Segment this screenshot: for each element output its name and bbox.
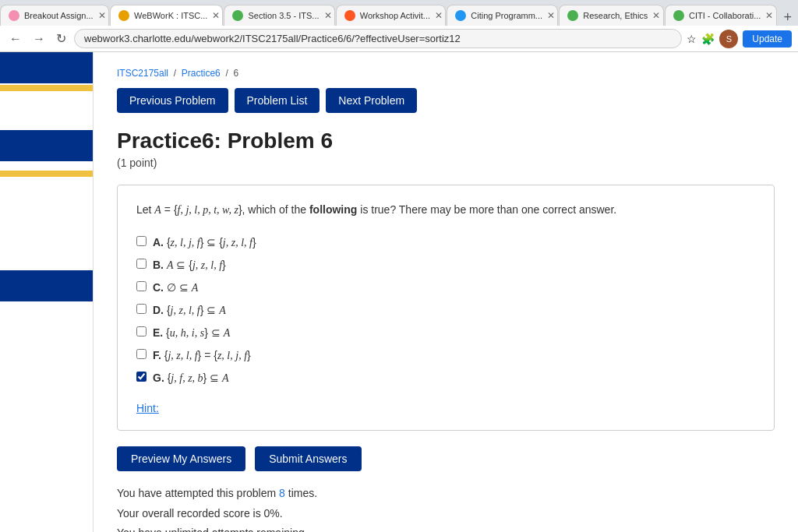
attempts-line: You have attempted this problem 8 times. xyxy=(117,484,775,503)
tab-breakout-close[interactable]: ✕ xyxy=(98,10,106,21)
tab-webwork-close[interactable]: ✕ xyxy=(212,10,220,21)
update-button[interactable]: Update xyxy=(743,30,792,48)
tab-citi-label: CITI - Collaborati... xyxy=(689,11,761,20)
nav-bar: ← → ↻ ☆ 🧩 S Update xyxy=(0,26,798,52)
tab-research-close[interactable]: ✕ xyxy=(652,10,660,21)
tab-research[interactable]: Research, Ethics ✕ xyxy=(559,5,664,26)
tab-section35-icon xyxy=(232,10,243,21)
tab-workshop-close[interactable]: ✕ xyxy=(435,10,443,21)
breadcrumb-current: 6 xyxy=(233,68,238,79)
option-b-checkbox[interactable] xyxy=(136,259,147,269)
breadcrumb-practice[interactable]: Practice6 xyxy=(182,68,221,79)
tab-bar: Breakout Assign... ✕ WeBWorK : ITSC... ✕… xyxy=(0,0,798,26)
tab-citing-close[interactable]: ✕ xyxy=(547,10,555,21)
sidebar-blue-1 xyxy=(0,52,93,83)
problem-text: Let A = {f, j, l, p, t, w, z}, which of … xyxy=(136,201,755,219)
tab-workshop-label: Workshop Activit... xyxy=(360,11,430,20)
sidebar-blue-3 xyxy=(0,270,93,301)
tab-workshop-icon xyxy=(344,10,355,21)
action-buttons: Preview My Answers Submit Answers xyxy=(117,446,775,471)
extensions-icon: 🧩 xyxy=(701,33,715,45)
tab-research-icon xyxy=(567,10,578,21)
option-a-label: A. {z, l, j, f} ⊆ {j, z, l, f} xyxy=(153,234,256,251)
option-f-checkbox[interactable] xyxy=(136,349,147,359)
option-c-label: C. ∅ ⊆ A xyxy=(153,280,198,296)
avatar: S xyxy=(719,30,738,48)
tab-citi-close[interactable]: ✕ xyxy=(765,10,773,21)
sidebar-blue-2 xyxy=(0,130,93,161)
problem-box: Let A = {f, j, l, p, t, w, z}, which of … xyxy=(117,185,775,431)
option-d: D. {j, z, l, f} ⊆ A xyxy=(136,302,755,319)
tab-section35-label: Section 3.5 - ITS... xyxy=(248,11,319,20)
submit-answers-button[interactable]: Submit Answers xyxy=(255,446,361,471)
tab-breakout-label: Breakout Assign... xyxy=(24,11,94,20)
option-e-checkbox[interactable] xyxy=(136,326,147,336)
tab-webwork[interactable]: WeBWorK : ITSC... ✕ xyxy=(110,5,223,26)
tab-breakout[interactable]: Breakout Assign... ✕ xyxy=(0,5,109,26)
tab-webwork-label: WeBWorK : ITSC... xyxy=(134,11,207,20)
option-f-label: F. {j, z, l, f} = {z, l, j, f} xyxy=(153,347,251,364)
bookmark-icon: ☆ xyxy=(687,33,697,45)
option-b-label: B. A ⊆ {j, z, l, f} xyxy=(153,257,226,273)
option-d-checkbox[interactable] xyxy=(136,304,147,314)
refresh-button[interactable]: ↻ xyxy=(53,30,69,48)
option-g-checkbox[interactable] xyxy=(136,372,147,382)
sidebar xyxy=(0,52,94,532)
options-list: A. {z, l, j, f} ⊆ {j, z, l, f} B. A ⊆ {j… xyxy=(136,234,755,386)
option-e-label: E. {u, h, i, s} ⊆ A xyxy=(153,325,230,341)
option-c-checkbox[interactable] xyxy=(136,281,147,291)
option-e: E. {u, h, i, s} ⊆ A xyxy=(136,325,755,341)
option-a: A. {z, l, j, f} ⊆ {j, z, l, f} xyxy=(136,234,755,251)
problem-list-button[interactable]: Problem List xyxy=(235,88,320,113)
option-g: G. {j, f, z, b} ⊆ A xyxy=(136,370,755,386)
option-g-label: G. {j, f, z, b} ⊆ A xyxy=(153,370,229,386)
option-d-label: D. {j, z, l, f} ⊆ A xyxy=(153,302,226,319)
sidebar-yellow-1 xyxy=(0,85,93,91)
tab-section35[interactable]: Section 3.5 - ITS... ✕ xyxy=(224,5,334,26)
status-text: You have attempted this problem 8 times.… xyxy=(117,484,775,532)
breadcrumb-home[interactable]: ITSC2175all xyxy=(117,68,168,79)
tab-webwork-icon xyxy=(118,10,129,21)
remaining-line: You have unlimited attempts remaining. xyxy=(117,523,775,532)
tab-citi-icon xyxy=(673,10,684,21)
tab-section35-close[interactable]: ✕ xyxy=(324,10,332,21)
tab-workshop[interactable]: Workshop Activit... ✕ xyxy=(336,5,447,26)
problem-points: (1 point) xyxy=(117,157,775,169)
preview-answers-button[interactable]: Preview My Answers xyxy=(117,446,245,471)
tab-citi[interactable]: CITI - Collaborati... ✕ xyxy=(665,5,776,26)
option-f: F. {j, z, l, f} = {z, l, j, f} xyxy=(136,347,755,364)
option-c: C. ∅ ⊆ A xyxy=(136,280,755,296)
score-line: Your overall recorded score is 0%. xyxy=(117,504,775,523)
tab-citing-icon xyxy=(455,10,466,21)
attempts-count: 8 xyxy=(279,487,285,499)
option-a-checkbox[interactable] xyxy=(136,236,147,246)
tab-research-label: Research, Ethics xyxy=(583,11,648,20)
next-problem-button[interactable]: Next Problem xyxy=(326,88,417,113)
new-tab-button[interactable]: + xyxy=(778,9,799,26)
sidebar-yellow-2 xyxy=(0,171,93,177)
nav-buttons: Previous Problem Problem List Next Probl… xyxy=(117,88,775,113)
problem-title: Practice6: Problem 6 xyxy=(117,129,775,153)
tab-breakout-icon xyxy=(9,10,19,21)
option-b: B. A ⊆ {j, z, l, f} xyxy=(136,257,755,273)
breadcrumb: ITSC2175all / Practice6 / 6 xyxy=(117,68,775,79)
tab-citing-label: Citing Programm... xyxy=(471,11,542,20)
hint-link[interactable]: Hint: xyxy=(136,402,159,414)
forward-button[interactable]: → xyxy=(30,30,48,48)
previous-problem-button[interactable]: Previous Problem xyxy=(117,88,228,113)
url-bar[interactable] xyxy=(74,29,682,48)
back-button[interactable]: ← xyxy=(6,30,25,48)
tab-citing[interactable]: Citing Programm... ✕ xyxy=(447,5,558,26)
main-content: ITSC2175all / Practice6 / 6 Previous Pro… xyxy=(94,52,798,532)
